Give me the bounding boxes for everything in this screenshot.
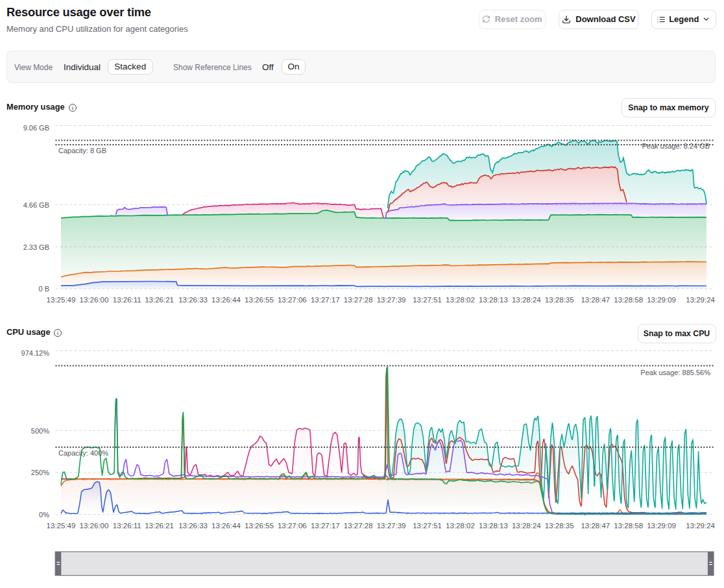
svg-text:13:26:11: 13:26:11	[113, 522, 141, 530]
svg-text:13:27:06: 13:27:06	[278, 296, 307, 304]
svg-text:13:29:24: 13:29:24	[686, 522, 715, 530]
svg-text:13:26:55: 13:26:55	[245, 296, 274, 304]
svg-text:13:27:06: 13:27:06	[278, 522, 307, 530]
svg-text:13:28:58: 13:28:58	[614, 296, 643, 304]
svg-text:Peak usage: 8.24 GB: Peak usage: 8.24 GB	[642, 142, 710, 150]
svg-text:13:27:51: 13:27:51	[413, 522, 442, 530]
svg-text:0%: 0%	[39, 511, 49, 519]
svg-text:13:29:24: 13:29:24	[686, 296, 715, 304]
svg-text:13:27:28: 13:27:28	[344, 296, 373, 304]
svg-text:13:28:47: 13:28:47	[581, 296, 610, 304]
svg-text:13:26:21: 13:26:21	[145, 296, 174, 304]
svg-text:13:28:02: 13:28:02	[446, 522, 475, 530]
svg-text:250%: 250%	[31, 469, 49, 476]
svg-text:13:28:35: 13:28:35	[545, 522, 574, 530]
svg-text:13:28:58: 13:28:58	[614, 522, 643, 530]
svg-text:Capacity: 8 GB: Capacity: 8 GB	[58, 147, 106, 154]
svg-text:13:26:44: 13:26:44	[211, 522, 241, 530]
svg-text:13:27:17: 13:27:17	[311, 296, 340, 304]
svg-text:13:26:55: 13:26:55	[245, 522, 274, 530]
svg-text:9.06 GB: 9.06 GB	[23, 124, 49, 132]
svg-text:0 B: 0 B	[38, 285, 49, 293]
svg-text:13:27:51: 13:27:51	[413, 296, 442, 304]
svg-text:13:29:09: 13:29:09	[647, 296, 676, 304]
svg-text:13:27:39: 13:27:39	[377, 522, 406, 530]
svg-text:13:28:35: 13:28:35	[545, 296, 574, 304]
svg-text:13:27:17: 13:27:17	[311, 522, 340, 530]
svg-text:Peak usage: 885.56%: Peak usage: 885.56%	[640, 369, 710, 376]
svg-text:13:25:49: 13:25:49	[47, 296, 76, 304]
svg-text:2.33 GB: 2.33 GB	[23, 243, 49, 251]
svg-text:Capacity: 400%: Capacity: 400%	[58, 449, 108, 457]
svg-text:13:28:13: 13:28:13	[479, 296, 508, 304]
svg-text:13:28:02: 13:28:02	[446, 296, 475, 304]
svg-text:13:27:28: 13:27:28	[344, 522, 373, 530]
svg-text:974.12%: 974.12%	[21, 349, 50, 357]
svg-text:13:26:44: 13:26:44	[211, 296, 241, 304]
svg-text:13:26:33: 13:26:33	[178, 522, 208, 530]
svg-text:13:26:33: 13:26:33	[178, 296, 208, 304]
svg-text:13:28:24: 13:28:24	[512, 522, 541, 530]
svg-text:13:26:11: 13:26:11	[113, 296, 141, 304]
svg-text:13:27:39: 13:27:39	[377, 296, 406, 304]
svg-text:13:26:00: 13:26:00	[80, 296, 109, 304]
svg-text:13:25:49: 13:25:49	[47, 522, 76, 530]
svg-text:500%: 500%	[31, 427, 49, 435]
svg-text:13:29:09: 13:29:09	[647, 522, 676, 530]
svg-text:13:28:24: 13:28:24	[512, 296, 541, 304]
svg-text:4.66 GB: 4.66 GB	[23, 201, 49, 209]
svg-text:13:28:47: 13:28:47	[581, 522, 610, 530]
svg-text:13:26:00: 13:26:00	[80, 522, 109, 530]
svg-text:13:28:13: 13:28:13	[479, 522, 508, 530]
svg-text:13:26:21: 13:26:21	[145, 522, 174, 530]
